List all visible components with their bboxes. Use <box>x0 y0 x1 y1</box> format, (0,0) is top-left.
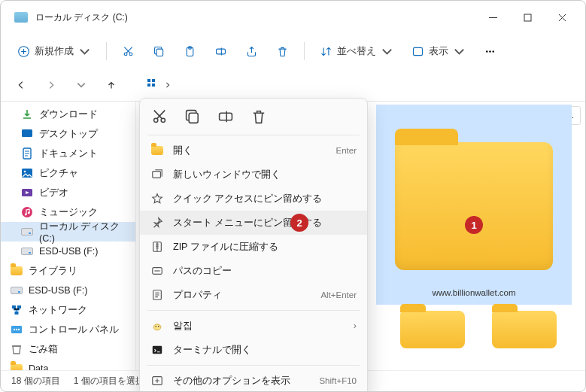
svg-rect-4 <box>156 49 163 56</box>
svg-rect-26 <box>14 311 18 315</box>
main: ダウンロードデスクトップドキュメントピクチャビデオミュージックローカル ディスク… <box>1 102 585 370</box>
sidebar-item[interactable]: ローカル ディスク (C:) <box>1 222 135 242</box>
more-button[interactable] <box>476 38 504 64</box>
share-button[interactable] <box>238 38 266 64</box>
view-label: 表示 <box>429 44 448 58</box>
plus-circle-icon <box>17 45 30 58</box>
sidebar-item[interactable]: ESD-USB (F:) <box>1 242 135 261</box>
folder-item[interactable] <box>400 311 465 348</box>
svg-rect-25 <box>17 305 21 308</box>
svg-rect-33 <box>189 113 198 123</box>
minimize-button[interactable] <box>475 5 510 29</box>
context-menu-label: ZIP ファイルに圧縮する <box>173 241 278 254</box>
folder-grid: 1 www.billionwallet.com <box>376 105 572 348</box>
drive-icon <box>20 246 33 257</box>
sidebar-item[interactable]: ネットワーク <box>1 300 135 320</box>
sidebar-item[interactable]: コントロール パネル <box>1 320 135 339</box>
context-menu: 開くEnter新しいウィンドウで開くクイック アクセスにピン留めするスタート メ… <box>139 98 368 392</box>
sidebar-item-label: ミュージック <box>39 206 98 219</box>
context-menu-label: その他のオプションを表示 <box>173 375 290 387</box>
sidebar-item[interactable]: ESD-USB (F:) <box>1 281 135 300</box>
context-menu-item[interactable]: ZIP ファイルに圧縮する <box>140 235 367 259</box>
new-window-icon <box>150 168 164 181</box>
maximize-button[interactable] <box>510 5 545 29</box>
new-button[interactable]: 新規作成 <box>10 38 99 64</box>
svg-point-28 <box>13 329 14 330</box>
annotation-badge-1: 1 <box>465 216 483 234</box>
sidebar[interactable]: ダウンロードデスクトップドキュメントピクチャビデオミュージックローカル ディスク… <box>1 102 136 370</box>
sidebar-item-label: ネットワーク <box>29 304 87 317</box>
context-menu-item[interactable]: 알집› <box>140 314 367 338</box>
svg-rect-7 <box>217 49 226 54</box>
sidebar-item[interactable]: ビデオ <box>1 183 135 202</box>
trash-icon[interactable] <box>250 108 268 126</box>
drive-icon <box>10 285 23 296</box>
sidebar-item[interactable]: ごみ箱 <box>1 339 135 359</box>
sidebar-item[interactable]: ダウンロード <box>1 105 135 124</box>
sidebar-item[interactable]: ピクチャ <box>1 163 135 183</box>
context-menu-item[interactable]: 開くEnter <box>140 138 367 163</box>
back-button[interactable] <box>10 74 32 96</box>
chevron-right-icon <box>165 82 171 88</box>
sidebar-item[interactable]: Data <box>1 359 135 370</box>
scissors-icon <box>122 45 135 58</box>
chevron-right-icon: › <box>354 321 357 331</box>
sidebar-item[interactable]: デスクトップ <box>1 124 135 144</box>
context-menu-item[interactable]: その他のオプションを表示Shift+F10 <box>140 369 367 392</box>
folder-label: www.billionwallet.com <box>432 288 515 297</box>
context-menu-item[interactable]: スタート メニューにピン留めする2 <box>140 211 367 235</box>
sidebar-item[interactable]: ミュージック <box>1 202 135 222</box>
folder-item[interactable] <box>492 311 557 348</box>
svg-point-22 <box>24 214 26 216</box>
svg-point-41 <box>158 326 159 327</box>
svg-rect-15 <box>152 84 155 87</box>
shortcut: Enter <box>336 146 357 155</box>
cut-icon[interactable] <box>150 108 169 126</box>
up-button[interactable] <box>100 74 123 96</box>
tiles-icon <box>147 79 162 91</box>
chevron-down-icon <box>453 45 466 58</box>
rename-button[interactable] <box>207 38 235 64</box>
props-icon <box>150 288 164 302</box>
context-menu-item[interactable]: パスのコピー <box>140 259 367 283</box>
context-menu-item[interactable]: ターミナルで開く <box>140 338 367 362</box>
sidebar-item-label: ごみ箱 <box>29 343 58 356</box>
sidebar-item[interactable]: ドキュメント <box>1 144 135 163</box>
separator <box>147 365 360 366</box>
svg-rect-35 <box>153 172 161 178</box>
separator <box>147 310 360 311</box>
paste-button[interactable] <box>176 38 204 64</box>
separator <box>106 42 107 60</box>
video-icon <box>20 187 33 199</box>
delete-button[interactable] <box>269 38 296 64</box>
content-area[interactable]: BillionWallet.com ル ディスク (C:)... 1 www.b… <box>136 102 585 370</box>
svg-rect-12 <box>147 79 150 82</box>
sort-button[interactable]: 並べ替え <box>312 38 401 64</box>
sidebar-item-label: Data <box>29 363 48 370</box>
recent-dropdown[interactable] <box>70 74 93 96</box>
sidebar-item[interactable]: ライブラリ <box>1 261 135 281</box>
annotation-badge-2: 2 <box>290 214 308 232</box>
svg-rect-13 <box>152 79 155 82</box>
context-menu-label: 新しいウィンドウで開く <box>173 169 281 181</box>
svg-point-2 <box>124 53 127 56</box>
svg-rect-24 <box>12 305 16 308</box>
rename-icon[interactable] <box>217 108 235 126</box>
forward-button[interactable] <box>40 74 62 96</box>
folder-icon <box>10 363 23 371</box>
copy-button[interactable] <box>145 38 173 64</box>
context-menu-label: ターミナルで開く <box>173 344 251 357</box>
view-button[interactable]: 表示 <box>404 38 473 64</box>
sort-label: 並べ替え <box>337 44 376 58</box>
cut-button[interactable] <box>114 38 142 64</box>
alzip-icon <box>150 319 164 333</box>
folder-item-selected[interactable]: 1 www.billionwallet.com <box>376 105 572 305</box>
context-menu-item[interactable]: 新しいウィンドウで開く <box>140 163 367 187</box>
copy-icon[interactable] <box>184 108 202 126</box>
close-button[interactable] <box>545 5 579 29</box>
context-menu-item[interactable]: クイック アクセスにピン留めする <box>140 187 367 211</box>
svg-rect-8 <box>414 47 423 55</box>
breadcrumb-root[interactable] <box>145 74 172 96</box>
context-menu-item[interactable]: プロパティAlt+Enter <box>140 283 367 307</box>
drive-icon <box>20 226 33 238</box>
